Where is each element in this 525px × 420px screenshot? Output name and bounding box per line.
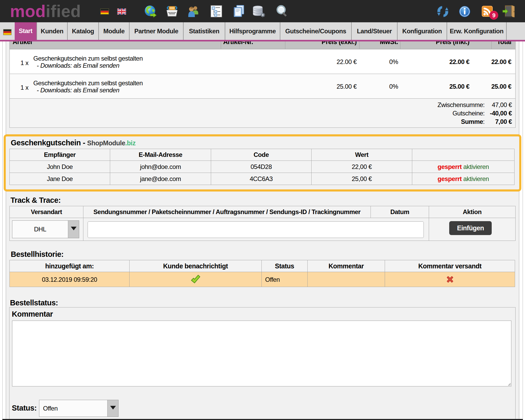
svg-text:9: 9: [492, 12, 495, 19]
